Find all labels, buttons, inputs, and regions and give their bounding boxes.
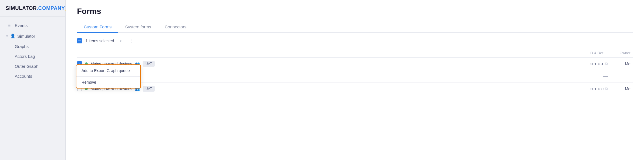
logo-simulator: SIMULATOR [6, 5, 37, 11]
dropdown-menu: Add to Export Graph queue Remove [76, 64, 141, 89]
sidebar-label-events: Events [15, 23, 28, 28]
sidebar-item-simulator[interactable]: ▼ 👤 Simulator [0, 31, 65, 41]
row-tag-3: UAT [143, 86, 155, 92]
row-left-2 [77, 74, 576, 79]
sidebar-sub-items: Graphs Actors bag Outer Graph Accounts [0, 41, 65, 81]
table-row: Mains-powered devices 👥 UAT 201 780 ⧉ Me [77, 83, 633, 95]
toolbar: 1 items selected ⤶ ⋮ [66, 33, 644, 49]
sidebar: SIMULATOR.COMPANY 🔔 ≡ Events ▼ 👤 Simulat… [0, 0, 66, 160]
row-id-value-3: 201 780 [590, 87, 604, 91]
logo-company: .COMPANY [37, 5, 65, 11]
simulator-icon: 👤 [10, 33, 16, 39]
row-dash-2: — [603, 74, 608, 79]
sidebar-item-outer-graph[interactable]: Outer Graph [0, 61, 65, 71]
select-all-checkbox[interactable] [77, 38, 82, 43]
table-row: ✓ Mains-powered devices 👥 UAT 201 781 ⧉ … [77, 58, 633, 70]
row-left: ✓ Mains-powered devices 👥 UAT [77, 61, 576, 67]
tab-system-forms[interactable]: System forms [118, 22, 158, 33]
row-id-value-1: 201 781 [590, 62, 604, 66]
row-owner-3: Me [610, 87, 633, 91]
page-title: Forms [77, 7, 633, 16]
sidebar-label-graphs: Graphs [15, 44, 29, 49]
sidebar-item-events[interactable]: ≡ Events [0, 20, 65, 31]
row-owner-1: Me [610, 62, 633, 66]
sidebar-label-simulator: Simulator [17, 34, 35, 39]
sidebar-item-accounts[interactable]: Accounts [0, 71, 65, 81]
row-tag-1: UAT [143, 61, 155, 67]
row-left-3: Mains-powered devices 👥 UAT [77, 86, 576, 92]
sidebar-header: SIMULATOR.COMPANY 🔔 [0, 0, 65, 17]
ellipsis-icon: ⋮ [130, 38, 134, 43]
main-header: Forms Custom Forms System forms Connecto… [66, 0, 644, 33]
sidebar-item-graphs[interactable]: Graphs [0, 41, 65, 51]
dropdown-item-add-export[interactable]: Add to Export Graph queue [76, 65, 140, 76]
dropdown-item-remove[interactable]: Remove [76, 77, 140, 88]
tab-connectors[interactable]: Connectors [158, 22, 193, 33]
copy-icon-1[interactable]: ⧉ [605, 62, 608, 66]
table-header: ID & Ref Owner [77, 49, 633, 58]
tab-custom-forms[interactable]: Custom Forms [77, 22, 118, 33]
row-right-3: 201 780 ⧉ Me [576, 87, 633, 91]
sidebar-label-outer-graph: Outer Graph [15, 64, 38, 69]
table-area: Add to Export Graph queue Remove ID & Re… [66, 49, 644, 160]
sidebar-logo: SIMULATOR.COMPANY [6, 5, 65, 11]
tabs: Custom Forms System forms Connectors [77, 22, 633, 33]
sidebar-label-actors-bag: Actors bag [15, 54, 35, 59]
share-icon: ⤶ [119, 38, 123, 43]
sidebar-nav: ≡ Events ▼ 👤 Simulator Graphs Actors bag… [0, 17, 65, 160]
more-options-button[interactable]: ⋮ [128, 37, 136, 45]
column-header-id-ref: ID & Ref [576, 51, 610, 55]
sidebar-item-actors-bag[interactable]: Actors bag [0, 51, 65, 61]
row-id-1: 201 781 ⧉ [576, 62, 610, 66]
dropdown-label-add-export: Add to Export Graph queue [81, 68, 130, 73]
row-right-1: 201 781 ⧉ Me [576, 62, 633, 66]
row-id-3: 201 780 ⧉ [576, 87, 610, 91]
sidebar-label-accounts: Accounts [15, 74, 32, 79]
dropdown-label-remove: Remove [81, 80, 96, 85]
copy-icon-3[interactable]: ⧉ [605, 87, 608, 91]
main-content: Forms Custom Forms System forms Connecto… [66, 0, 644, 160]
row-id-2: — [576, 74, 610, 79]
chevron-down-icon: ▼ [6, 35, 8, 38]
items-selected-label: 1 items selected [85, 39, 114, 43]
column-header-owner: Owner [610, 51, 633, 55]
events-icon: ≡ [7, 23, 12, 28]
share-button[interactable]: ⤶ [117, 37, 124, 45]
row-right-2: — [576, 74, 633, 79]
table-row: — [77, 70, 633, 83]
